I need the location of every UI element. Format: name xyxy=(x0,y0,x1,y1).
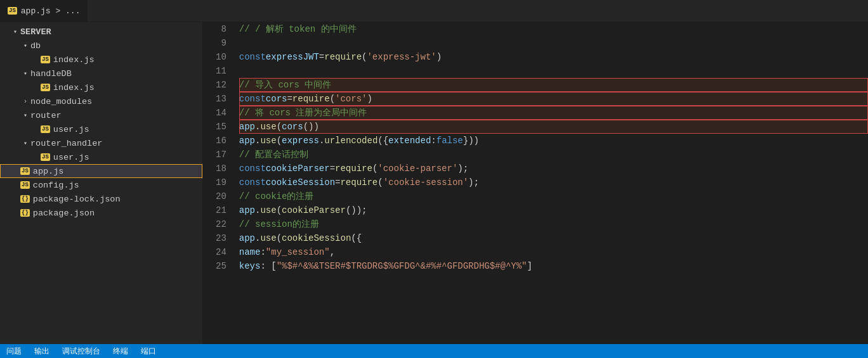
js-icon: JS xyxy=(20,181,30,189)
code-line-18: const cookieParser = require('cookie-par… xyxy=(239,162,868,176)
code-line-14: // 将 cors 注册为全局中间件 xyxy=(239,106,868,120)
file-label-db-index: index.js xyxy=(53,55,95,65)
server-root[interactable]: ▾ SERVER xyxy=(0,25,202,39)
sidebar-item-handleDB-index[interactable]: JS index.js xyxy=(0,80,202,94)
folder-label-node-modules: node_modules xyxy=(30,97,92,106)
chevron-down-icon: ▾ xyxy=(20,139,30,147)
status-terminal[interactable]: 终端 xyxy=(113,346,128,357)
code-line-19: const cookieSession = require('cookie-se… xyxy=(239,176,868,189)
file-explorer: ▾ SERVER ▾ db JS index.js ▾ handleDB JS … xyxy=(0,22,203,344)
sidebar-item-handleDB[interactable]: ▾ handleDB xyxy=(0,67,202,80)
chevron-down-icon: ▾ xyxy=(10,28,20,35)
tab-filename: app.js > ... xyxy=(21,6,81,16)
status-debug-console[interactable]: 调试控制台 xyxy=(62,346,100,357)
status-problems[interactable]: 问题 xyxy=(6,346,22,357)
file-label-package: package.json xyxy=(33,208,95,218)
file-label-app: app.js xyxy=(33,167,64,176)
code-line-22: // session的注册 xyxy=(239,217,868,231)
sidebar-item-router-handler-user[interactable]: JS user.js xyxy=(0,150,202,164)
code-area: 8910111213141516171819202122232425 // / … xyxy=(203,22,868,344)
chevron-down-icon: ▾ xyxy=(20,112,30,119)
js-icon: JS xyxy=(41,56,50,63)
code-line-12: // 导入 cors 中间件 xyxy=(239,78,868,92)
code-lines: // / 解析 token 的中间件 const expressJWT = re… xyxy=(234,22,868,344)
file-label-router-user: user.js xyxy=(53,125,89,134)
folder-label-handleDB: handleDB xyxy=(30,69,72,79)
sidebar-item-package-lock[interactable]: {} package-lock.json xyxy=(0,192,202,206)
sidebar-item-node-modules[interactable]: › node_modules xyxy=(0,94,202,108)
file-label-package-lock: package-lock.json xyxy=(33,195,121,204)
json-icon: {} xyxy=(20,195,30,203)
sidebar-item-router-handler[interactable]: ▾ router_handler xyxy=(0,136,202,150)
code-line-21: app.use(cookieParser()); xyxy=(239,203,868,217)
server-label: SERVER xyxy=(20,27,51,37)
folder-label-router: router xyxy=(30,111,62,120)
sidebar-item-router-user[interactable]: JS user.js xyxy=(0,122,202,136)
sidebar-item-router[interactable]: ▾ router xyxy=(0,108,202,122)
file-label-router-handler-user: user.js xyxy=(53,153,89,162)
code-line-8: // / 解析 token 的中间件 xyxy=(239,22,868,36)
tab-bar: JS app.js > ... xyxy=(0,0,868,22)
code-line-16: app.use(express.urlencoded({ extended: f… xyxy=(239,134,868,148)
code-line-13: const cors = require('cors') xyxy=(239,92,868,106)
sidebar-item-config[interactable]: JS config.js xyxy=(0,178,202,192)
file-label-handleDB-index: index.js xyxy=(53,83,95,93)
sidebar-item-db-index[interactable]: JS index.js xyxy=(0,53,202,67)
code-line-11 xyxy=(239,64,868,78)
js-icon: JS xyxy=(41,125,50,133)
chevron-down-icon: ▾ xyxy=(20,70,30,77)
code-line-15: app.use(cors()) xyxy=(239,120,868,134)
code-line-20: // cookie的注册 xyxy=(239,189,868,203)
file-label-config: config.js xyxy=(33,181,79,190)
js-file-icon: JS xyxy=(8,7,17,15)
sidebar-item-app[interactable]: JS app.js xyxy=(0,164,202,178)
sidebar-item-db[interactable]: ▾ db xyxy=(0,39,202,53)
main-area: ▾ SERVER ▾ db JS index.js ▾ handleDB JS … xyxy=(0,22,868,344)
status-output[interactable]: 输出 xyxy=(34,346,49,357)
chevron-down-icon: ▾ xyxy=(20,42,30,49)
code-line-9 xyxy=(239,36,868,50)
sidebar-item-package[interactable]: {} package.json xyxy=(0,206,202,220)
active-tab[interactable]: JS app.js > ... xyxy=(0,0,88,22)
code-line-17: // 配置会话控制 xyxy=(239,148,868,162)
json-icon: {} xyxy=(20,209,30,217)
code-line-10: const expressJWT = require('express-jwt'… xyxy=(239,50,868,64)
folder-label-router-handler: router_handler xyxy=(30,139,102,148)
status-bar: 问题 输出 调试控制台 终端 端口 xyxy=(0,344,868,358)
line-numbers: 8910111213141516171819202122232425 xyxy=(203,22,234,344)
code-line-23: app.use(cookieSession({ xyxy=(239,231,868,245)
code-editor[interactable]: 8910111213141516171819202122232425 // / … xyxy=(203,22,868,344)
js-icon: JS xyxy=(41,84,50,91)
js-icon: JS xyxy=(20,167,30,175)
code-line-24: name: "my_session", xyxy=(239,245,868,259)
chevron-right-icon: › xyxy=(20,98,30,105)
code-line-25: keys: ["%$#^&%&TSER#$TRGDRG$%GFDG^&#%#^G… xyxy=(239,259,868,273)
js-icon: JS xyxy=(41,153,50,161)
status-ports[interactable]: 端口 xyxy=(141,346,156,357)
folder-label-db: db xyxy=(30,41,41,51)
